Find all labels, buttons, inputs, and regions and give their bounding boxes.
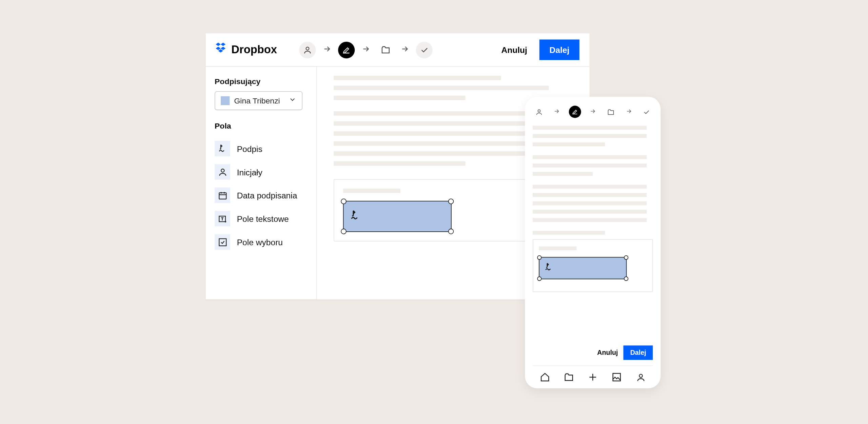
placeholder-line xyxy=(334,121,549,126)
placeholder-line xyxy=(334,111,549,116)
signers-heading: Podpisujący xyxy=(215,77,308,85)
step-place-fields[interactable] xyxy=(569,106,581,118)
desktop-header: Dropbox xyxy=(206,33,590,66)
step-destination[interactable] xyxy=(605,106,617,118)
resize-handle[interactable] xyxy=(537,276,541,281)
plus-icon[interactable] xyxy=(587,372,598,383)
placeholder-line xyxy=(334,161,465,166)
field-option-date[interactable]: Data podpisania xyxy=(215,184,308,207)
calendar-icon xyxy=(215,188,230,203)
field-label: Podpis xyxy=(237,144,262,153)
person-icon[interactable] xyxy=(635,372,646,383)
svg-rect-4 xyxy=(219,238,226,246)
dropbox-logo: Dropbox xyxy=(216,42,277,57)
placeholder-line xyxy=(533,201,647,205)
svg-point-7 xyxy=(639,374,642,377)
mobile-actions: Anuluj Dalej xyxy=(533,338,653,365)
resize-handle[interactable] xyxy=(624,255,628,260)
cancel-button[interactable]: Anuluj xyxy=(495,41,534,59)
folder-icon[interactable] xyxy=(563,372,574,383)
resize-handle[interactable] xyxy=(341,229,346,234)
step-add-signers[interactable] xyxy=(533,106,545,118)
field-label: Pole wyboru xyxy=(237,237,283,247)
placed-signature-field[interactable] xyxy=(539,257,627,280)
svg-rect-2 xyxy=(219,193,226,199)
svg-rect-6 xyxy=(613,373,620,381)
arrow-right-icon xyxy=(553,108,560,116)
placeholder-line xyxy=(334,141,549,146)
home-icon[interactable] xyxy=(539,372,550,383)
field-option-checkbox[interactable]: Pole wyboru xyxy=(215,230,308,254)
step-review[interactable] xyxy=(640,106,653,118)
placeholder-line xyxy=(334,151,549,156)
placeholder-line xyxy=(533,172,593,176)
placeholder-line xyxy=(334,131,549,136)
placeholder-line xyxy=(539,247,576,250)
step-place-fields[interactable] xyxy=(338,41,355,58)
placeholder-line xyxy=(343,189,400,193)
svg-point-0 xyxy=(306,47,309,50)
placeholder-line xyxy=(533,134,647,138)
signer-name: Gina Tribenzi xyxy=(234,96,284,105)
signature-icon xyxy=(215,141,230,156)
cancel-button[interactable]: Anuluj xyxy=(597,349,618,356)
field-label: Data podpisania xyxy=(237,191,297,200)
dropbox-glyph-icon xyxy=(216,42,228,57)
stepper xyxy=(299,41,433,58)
arrow-right-icon xyxy=(625,108,632,116)
placeholder-line xyxy=(533,218,647,222)
svg-point-5 xyxy=(538,110,540,112)
mobile-window: Anuluj Dalej xyxy=(525,97,660,388)
field-option-signature[interactable]: Podpis xyxy=(215,137,308,160)
mobile-signature-block xyxy=(533,239,653,292)
placeholder-line xyxy=(533,185,647,188)
textbox-icon xyxy=(215,211,230,227)
placeholder-line xyxy=(334,96,465,100)
field-option-initials[interactable]: Inicjały xyxy=(215,160,308,184)
mobile-document[interactable] xyxy=(533,126,653,338)
photo-icon[interactable] xyxy=(611,372,623,383)
placeholder-line xyxy=(533,163,647,167)
step-destination[interactable] xyxy=(377,41,394,58)
resize-handle[interactable] xyxy=(537,255,541,260)
placeholder-line xyxy=(533,193,647,197)
arrow-right-icon xyxy=(323,44,332,55)
chevron-down-icon xyxy=(289,96,296,106)
step-add-signers[interactable] xyxy=(299,41,316,58)
resize-handle[interactable] xyxy=(448,198,454,204)
resize-handle[interactable] xyxy=(448,229,454,234)
next-button[interactable]: Dalej xyxy=(624,345,653,360)
resize-handle[interactable] xyxy=(624,276,628,281)
arrow-right-icon xyxy=(400,44,409,55)
sidebar: Podpisujący Gina Tribenzi Pola Podpis xyxy=(206,67,317,300)
placeholder-line xyxy=(533,231,605,235)
mobile-bottom-nav xyxy=(533,365,653,383)
placeholder-line xyxy=(334,86,549,90)
placeholder-line xyxy=(533,210,647,213)
person-icon xyxy=(215,164,230,180)
signer-color-swatch xyxy=(221,96,230,105)
brand-name: Dropbox xyxy=(231,43,277,56)
step-review[interactable] xyxy=(416,41,433,58)
checkbox-icon xyxy=(215,234,230,250)
field-label: Inicjały xyxy=(237,167,262,177)
placeholder-line xyxy=(533,155,647,159)
fields-heading: Pola xyxy=(215,121,308,130)
arrow-right-icon xyxy=(361,44,370,55)
resize-handle[interactable] xyxy=(341,198,346,204)
field-label: Pole tekstowe xyxy=(237,214,289,224)
svg-point-1 xyxy=(221,169,224,172)
placeholder-line xyxy=(334,76,501,80)
field-option-text[interactable]: Pole tekstowe xyxy=(215,207,308,230)
next-button[interactable]: Dalej xyxy=(539,39,579,60)
placeholder-line xyxy=(533,142,605,146)
signature-icon xyxy=(349,209,361,224)
arrow-right-icon xyxy=(589,108,596,116)
placed-signature-field[interactable] xyxy=(343,201,452,232)
signature-icon xyxy=(544,262,554,274)
signer-select[interactable]: Gina Tribenzi xyxy=(215,91,302,110)
placeholder-line xyxy=(533,126,647,130)
mobile-stepper xyxy=(533,106,653,118)
